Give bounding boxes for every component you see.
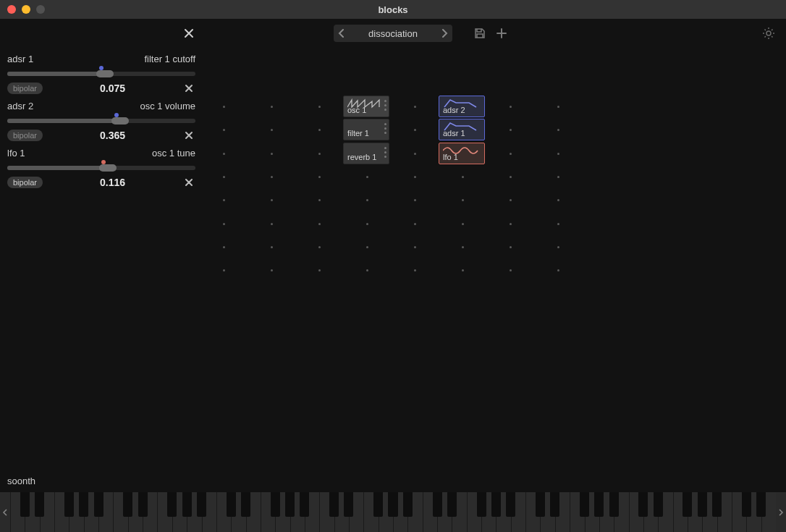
toolbar-actions <box>473 26 509 41</box>
black-key[interactable] <box>138 492 148 517</box>
save-button[interactable] <box>473 26 487 41</box>
gear-icon <box>762 27 775 40</box>
grid-dot <box>318 199 321 201</box>
black-key[interactable] <box>742 492 751 517</box>
piano-keyboard <box>0 492 786 532</box>
black-key[interactable] <box>285 492 295 517</box>
block-label: filter 1 <box>347 129 369 138</box>
block-handle-icon[interactable] <box>384 147 386 158</box>
octave-down-button[interactable] <box>0 492 10 532</box>
block-lfo1[interactable]: lfo 1 <box>439 143 485 164</box>
preset-next-button[interactable] <box>436 25 452 42</box>
black-key[interactable] <box>654 492 663 517</box>
zoom-window-button[interactable] <box>36 5 45 14</box>
black-key[interactable] <box>197 492 206 517</box>
mod-amount-slider[interactable] <box>7 161 195 173</box>
block-adsr1[interactable]: adsr 1 <box>439 119 485 140</box>
black-key[interactable] <box>35 492 44 517</box>
black-key[interactable] <box>712 492 722 517</box>
settings-button[interactable] <box>761 26 776 41</box>
black-key[interactable] <box>20 492 30 517</box>
block-handle-icon[interactable] <box>384 123 386 134</box>
modulation-sidebar: adsr 1 filter 1 cutoff bipolar 0.075 ads… <box>0 48 203 492</box>
grid-dot <box>557 176 559 178</box>
black-key[interactable] <box>433 492 442 517</box>
black-key[interactable] <box>447 492 457 517</box>
black-key[interactable] <box>300 492 309 517</box>
black-key[interactable] <box>477 492 486 517</box>
close-window-button[interactable] <box>7 5 16 14</box>
black-key[interactable] <box>403 492 413 517</box>
black-key[interactable] <box>373 492 383 517</box>
grid-dot <box>414 199 416 201</box>
grid-dot <box>462 269 464 271</box>
octave-up-button[interactable] <box>776 492 786 532</box>
black-key[interactable] <box>182 492 192 517</box>
block-reverb1[interactable]: reverb 1 <box>343 143 389 164</box>
mod-amount-slider[interactable] <box>7 67 195 79</box>
chevron-right-icon <box>778 509 784 516</box>
remove-mod-button[interactable] <box>182 129 195 142</box>
grid-dot <box>318 223 321 225</box>
black-key[interactable] <box>609 492 619 517</box>
modulation-row: lfo 1 osc 1 tune bipolar 0.116 <box>7 145 195 189</box>
black-key[interactable] <box>241 492 250 517</box>
black-key[interactable] <box>123 492 132 517</box>
piano-keys[interactable] <box>10 492 776 532</box>
black-key[interactable] <box>491 492 501 517</box>
black-key[interactable] <box>580 492 589 517</box>
black-key[interactable] <box>271 492 280 517</box>
black-key[interactable] <box>388 492 397 517</box>
window-controls <box>0 5 45 14</box>
grid-dot <box>271 246 273 248</box>
close-icon <box>184 28 194 38</box>
block-filter1[interactable]: filter 1 <box>343 119 389 140</box>
add-button[interactable] <box>494 26 509 41</box>
black-key[interactable] <box>344 492 353 517</box>
black-key[interactable] <box>683 492 692 517</box>
grid-dot <box>462 176 464 178</box>
black-key[interactable] <box>756 492 766 517</box>
black-key[interactable] <box>698 492 707 517</box>
grid-dot <box>318 129 321 131</box>
black-key[interactable] <box>94 492 103 517</box>
grid-dot <box>510 269 512 271</box>
bipolar-toggle[interactable]: bipolar <box>7 83 43 94</box>
grid-dot <box>510 106 512 108</box>
remove-mod-button[interactable] <box>182 176 195 189</box>
preset-name[interactable]: dissociation <box>350 28 436 39</box>
mod-amount-slider[interactable] <box>7 114 195 126</box>
remove-mod-button[interactable] <box>182 82 195 95</box>
grid-dot <box>223 199 225 201</box>
close-sidebar-button[interactable] <box>181 25 197 41</box>
black-key[interactable] <box>227 492 236 517</box>
bipolar-toggle[interactable]: bipolar <box>7 177 43 188</box>
chevron-left-icon <box>338 29 345 38</box>
black-key[interactable] <box>594 492 604 517</box>
block-handle-icon[interactable] <box>384 100 386 111</box>
mod-amount-value: 0.116 <box>100 177 125 188</box>
black-key[interactable] <box>638 492 648 517</box>
mod-target-label: osc 1 tune <box>152 148 195 159</box>
black-key[interactable] <box>536 492 545 517</box>
grid-dot <box>414 269 416 271</box>
block-adsr2[interactable]: adsr 2 <box>439 96 485 117</box>
block-canvas[interactable]: osc 1filter 1reverb 1adsr 2adsr 1lfo 1 <box>203 48 786 492</box>
black-key[interactable] <box>79 492 88 517</box>
black-key[interactable] <box>550 492 559 517</box>
mod-target-label: osc 1 volume <box>140 101 195 111</box>
minimize-window-button[interactable] <box>22 5 30 14</box>
bipolar-toggle[interactable]: bipolar <box>7 130 43 141</box>
black-key[interactable] <box>506 492 515 517</box>
grid-dot <box>366 176 368 178</box>
black-key[interactable] <box>64 492 74 517</box>
svg-point-0 <box>766 31 771 35</box>
block-osc1[interactable]: osc 1 <box>343 96 389 117</box>
grid-dot <box>557 223 559 225</box>
grid-dot <box>366 199 368 201</box>
black-key[interactable] <box>329 492 339 517</box>
black-key[interactable] <box>167 492 177 517</box>
preset-prev-button[interactable] <box>334 25 350 42</box>
titlebar: blocks <box>0 0 786 19</box>
grid-dot <box>414 129 416 131</box>
